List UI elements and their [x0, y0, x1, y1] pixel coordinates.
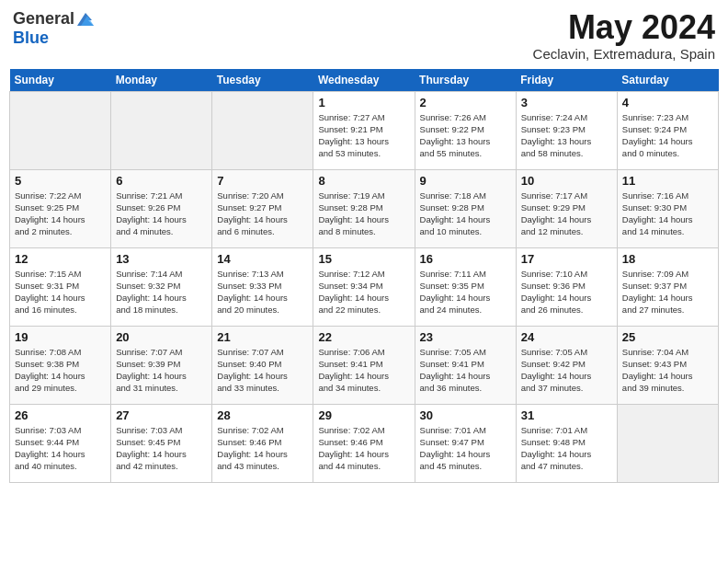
day-info: Sunrise: 7:05 AM Sunset: 9:42 PM Dayligh…: [521, 346, 612, 395]
calendar-cell: 15Sunrise: 7:12 AM Sunset: 9:34 PM Dayli…: [313, 247, 415, 326]
weekday-header-wednesday: Wednesday: [313, 69, 415, 92]
day-number: 8: [318, 174, 409, 188]
calendar-cell: 30Sunrise: 7:01 AM Sunset: 9:47 PM Dayli…: [415, 404, 516, 482]
day-number: 18: [622, 252, 713, 266]
day-info: Sunrise: 7:24 AM Sunset: 9:23 PM Dayligh…: [521, 111, 612, 160]
calendar-cell: 24Sunrise: 7:05 AM Sunset: 9:42 PM Dayli…: [516, 326, 617, 404]
week-row-4: 19Sunrise: 7:08 AM Sunset: 9:38 PM Dayli…: [10, 326, 719, 404]
day-info: Sunrise: 7:17 AM Sunset: 9:29 PM Dayligh…: [521, 190, 612, 238]
day-info: Sunrise: 7:18 AM Sunset: 9:28 PM Dayligh…: [420, 190, 511, 238]
day-info: Sunrise: 7:02 AM Sunset: 9:46 PM Dayligh…: [318, 424, 409, 473]
day-info: Sunrise: 7:01 AM Sunset: 9:47 PM Dayligh…: [420, 424, 511, 473]
day-number: 28: [217, 408, 308, 422]
calendar-cell: 12Sunrise: 7:15 AM Sunset: 9:31 PM Dayli…: [10, 247, 111, 326]
day-info: Sunrise: 7:16 AM Sunset: 9:30 PM Dayligh…: [622, 190, 713, 238]
day-number: 27: [116, 408, 207, 422]
day-info: Sunrise: 7:12 AM Sunset: 9:34 PM Dayligh…: [318, 268, 409, 316]
day-info: Sunrise: 7:13 AM Sunset: 9:33 PM Dayligh…: [217, 268, 308, 316]
day-number: 22: [318, 330, 409, 344]
calendar-cell: 26Sunrise: 7:03 AM Sunset: 9:44 PM Dayli…: [10, 404, 111, 482]
day-number: 5: [15, 174, 106, 188]
calendar-cell: 16Sunrise: 7:11 AM Sunset: 9:35 PM Dayli…: [415, 247, 516, 326]
day-number: 3: [521, 96, 612, 109]
day-info: Sunrise: 7:03 AM Sunset: 9:44 PM Dayligh…: [15, 424, 106, 473]
day-info: Sunrise: 7:01 AM Sunset: 9:48 PM Dayligh…: [521, 424, 612, 473]
weekday-header-thursday: Thursday: [415, 69, 516, 92]
calendar-cell: 29Sunrise: 7:02 AM Sunset: 9:46 PM Dayli…: [313, 404, 415, 482]
day-number: 13: [116, 252, 207, 266]
day-info: Sunrise: 7:08 AM Sunset: 9:38 PM Dayligh…: [15, 346, 106, 395]
day-info: Sunrise: 7:06 AM Sunset: 9:41 PM Dayligh…: [318, 346, 409, 395]
weekday-header-tuesday: Tuesday: [212, 69, 313, 92]
day-number: 31: [521, 408, 612, 422]
day-number: 21: [217, 330, 308, 344]
calendar-cell: [111, 91, 212, 169]
calendar-cell: [617, 404, 718, 482]
day-info: Sunrise: 7:05 AM Sunset: 9:41 PM Dayligh…: [420, 346, 511, 395]
day-info: Sunrise: 7:21 AM Sunset: 9:26 PM Dayligh…: [116, 190, 207, 238]
calendar-cell: 7Sunrise: 7:20 AM Sunset: 9:27 PM Daylig…: [212, 169, 313, 247]
calendar-cell: 18Sunrise: 7:09 AM Sunset: 9:37 PM Dayli…: [617, 247, 718, 326]
logo-general: General: [13, 10, 74, 29]
calendar-cell: [212, 91, 313, 169]
calendar-cell: 5Sunrise: 7:22 AM Sunset: 9:25 PM Daylig…: [10, 169, 111, 247]
day-info: Sunrise: 7:04 AM Sunset: 9:43 PM Dayligh…: [622, 346, 713, 395]
calendar-cell: 13Sunrise: 7:14 AM Sunset: 9:32 PM Dayli…: [111, 247, 212, 326]
day-number: 7: [217, 174, 308, 188]
calendar-cell: 10Sunrise: 7:17 AM Sunset: 9:29 PM Dayli…: [516, 169, 617, 247]
calendar-cell: [10, 91, 111, 169]
calendar-cell: 27Sunrise: 7:03 AM Sunset: 9:45 PM Dayli…: [111, 404, 212, 482]
calendar-cell: 3Sunrise: 7:24 AM Sunset: 9:23 PM Daylig…: [516, 91, 617, 169]
day-number: 16: [420, 252, 511, 266]
day-number: 29: [318, 408, 409, 422]
day-info: Sunrise: 7:20 AM Sunset: 9:27 PM Dayligh…: [217, 190, 308, 238]
day-number: 19: [15, 330, 106, 344]
day-info: Sunrise: 7:09 AM Sunset: 9:37 PM Dayligh…: [622, 268, 713, 316]
week-row-5: 26Sunrise: 7:03 AM Sunset: 9:44 PM Dayli…: [10, 404, 719, 482]
day-number: 20: [116, 330, 207, 344]
page-header: General Blue May 2024 Ceclavin, Extremad…: [9, 9, 719, 62]
day-number: 11: [622, 174, 713, 188]
day-number: 30: [420, 408, 511, 422]
day-number: 10: [521, 174, 612, 188]
day-info: Sunrise: 7:10 AM Sunset: 9:36 PM Dayligh…: [521, 268, 612, 316]
weekday-header-friday: Friday: [516, 69, 617, 92]
day-info: Sunrise: 7:23 AM Sunset: 9:24 PM Dayligh…: [622, 111, 713, 160]
day-info: Sunrise: 7:22 AM Sunset: 9:25 PM Dayligh…: [15, 190, 106, 238]
calendar-cell: 8Sunrise: 7:19 AM Sunset: 9:28 PM Daylig…: [313, 169, 415, 247]
calendar-cell: 14Sunrise: 7:13 AM Sunset: 9:33 PM Dayli…: [212, 247, 313, 326]
day-info: Sunrise: 7:07 AM Sunset: 9:40 PM Dayligh…: [217, 346, 308, 395]
logo-blue: Blue: [13, 29, 96, 48]
calendar-cell: 2Sunrise: 7:26 AM Sunset: 9:22 PM Daylig…: [415, 91, 516, 169]
week-row-1: 1Sunrise: 7:27 AM Sunset: 9:21 PM Daylig…: [10, 91, 719, 169]
calendar-cell: 25Sunrise: 7:04 AM Sunset: 9:43 PM Dayli…: [617, 326, 718, 404]
title-block: May 2024 Ceclavin, Extremadura, Spain: [533, 9, 715, 62]
day-number: 1: [318, 96, 409, 109]
day-number: 6: [116, 174, 207, 188]
calendar-cell: 19Sunrise: 7:08 AM Sunset: 9:38 PM Dayli…: [10, 326, 111, 404]
day-number: 25: [622, 330, 713, 344]
day-info: Sunrise: 7:07 AM Sunset: 9:39 PM Dayligh…: [116, 346, 207, 395]
day-number: 24: [521, 330, 612, 344]
day-info: Sunrise: 7:26 AM Sunset: 9:22 PM Dayligh…: [420, 111, 511, 160]
calendar-cell: 21Sunrise: 7:07 AM Sunset: 9:40 PM Dayli…: [212, 326, 313, 404]
calendar-cell: 22Sunrise: 7:06 AM Sunset: 9:41 PM Dayli…: [313, 326, 415, 404]
calendar-cell: 23Sunrise: 7:05 AM Sunset: 9:41 PM Dayli…: [415, 326, 516, 404]
day-info: Sunrise: 7:11 AM Sunset: 9:35 PM Dayligh…: [420, 268, 511, 316]
month-title: May 2024: [533, 9, 715, 46]
weekday-header-sunday: Sunday: [10, 69, 111, 92]
day-number: 2: [420, 96, 511, 109]
day-number: 14: [217, 252, 308, 266]
logo-icon: [75, 9, 96, 29]
logo: General Blue: [13, 9, 96, 48]
calendar-cell: 20Sunrise: 7:07 AM Sunset: 9:39 PM Dayli…: [111, 326, 212, 404]
weekday-header-row: SundayMondayTuesdayWednesdayThursdayFrid…: [10, 69, 719, 92]
calendar-cell: 1Sunrise: 7:27 AM Sunset: 9:21 PM Daylig…: [313, 91, 415, 169]
calendar-cell: 9Sunrise: 7:18 AM Sunset: 9:28 PM Daylig…: [415, 169, 516, 247]
calendar-cell: 6Sunrise: 7:21 AM Sunset: 9:26 PM Daylig…: [111, 169, 212, 247]
day-info: Sunrise: 7:02 AM Sunset: 9:46 PM Dayligh…: [217, 424, 308, 473]
calendar-cell: 31Sunrise: 7:01 AM Sunset: 9:48 PM Dayli…: [516, 404, 617, 482]
day-number: 9: [420, 174, 511, 188]
calendar-cell: 4Sunrise: 7:23 AM Sunset: 9:24 PM Daylig…: [617, 91, 718, 169]
weekday-header-saturday: Saturday: [617, 69, 718, 92]
